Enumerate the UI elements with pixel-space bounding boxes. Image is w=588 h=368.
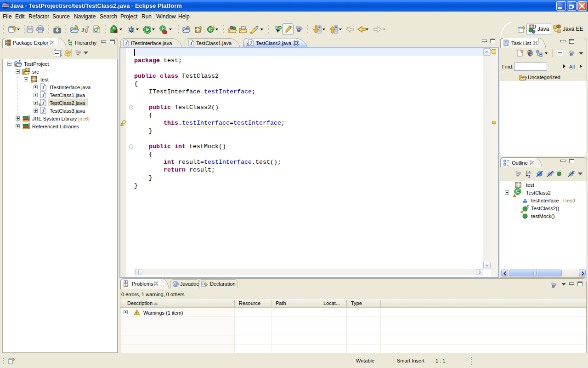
svg-text:C: C [209,27,212,32]
svg-text:c: c [527,204,529,208]
svg-text:z: z [528,174,531,178]
svg-text:J: J [81,26,85,33]
svg-text:J: J [533,24,536,29]
svg-text:U: U [85,28,88,34]
svg-text:C: C [278,26,281,30]
svg-text:C: C [516,189,520,194]
svg-text:@: @ [174,282,178,287]
